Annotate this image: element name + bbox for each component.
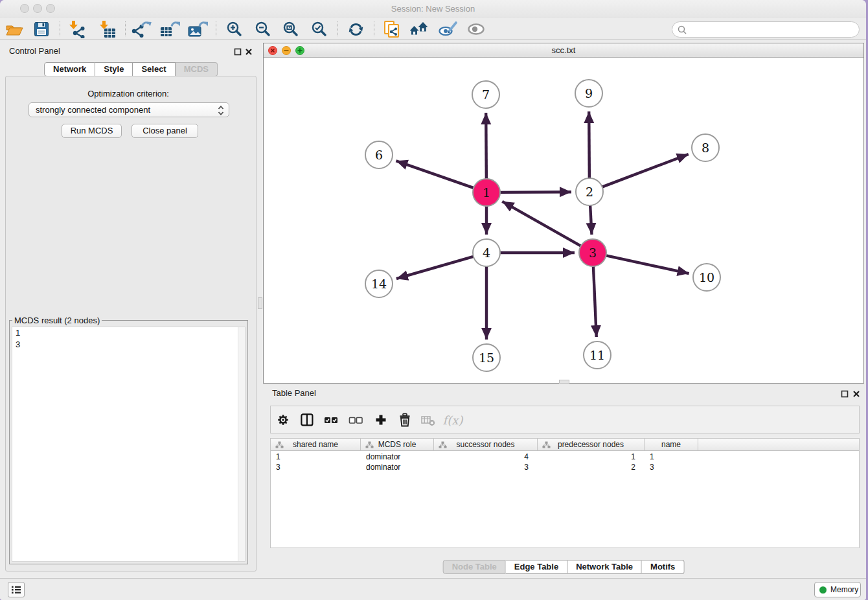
import-network-button[interactable] (66, 19, 87, 40)
result-scrollbar[interactable] (238, 327, 245, 561)
zoom-out-icon (255, 21, 271, 38)
save-session-button[interactable] (31, 19, 52, 40)
fx-icon: f(x) (443, 413, 463, 427)
eye-pen-icon (439, 21, 458, 38)
close-panel-button[interactable]: Close panel (131, 124, 198, 138)
task-history-button[interactable] (8, 582, 25, 597)
refresh-view-button[interactable] (345, 19, 366, 40)
zoom-selected-button[interactable] (309, 19, 330, 40)
graph-edge-2-3[interactable] (590, 205, 591, 235)
unchecked-boxes-icon (348, 415, 363, 425)
network-graph[interactable]: 7968124314101511 (264, 58, 863, 384)
graph-node-6[interactable]: 6 (365, 141, 393, 168)
search-input[interactable] (672, 21, 860, 38)
column-header-shared-name[interactable]: shared name (271, 439, 361, 450)
memory-button[interactable]: Memory (814, 582, 861, 597)
deselect-all-button[interactable] (347, 412, 364, 428)
graph-node-8[interactable]: 8 (692, 134, 719, 161)
show-column-button[interactable] (299, 412, 315, 428)
delete-column-button[interactable] (396, 412, 413, 428)
plus-icon (374, 413, 387, 426)
export-image-button[interactable] (187, 19, 208, 40)
cell-successor-nodes: 4 (434, 452, 538, 462)
control-tab-select[interactable]: Select (133, 62, 175, 76)
control-panel-close-button[interactable] (244, 47, 253, 56)
mcds-result-list[interactable]: 13 (12, 327, 246, 562)
graph-node-4[interactable]: 4 (473, 239, 500, 266)
table-tab-network-table[interactable]: Network Table (567, 560, 642, 574)
split-divider-grip[interactable] (559, 380, 569, 384)
column-header-successor-nodes[interactable]: successor nodes (434, 439, 538, 450)
network-from-file-button[interactable] (382, 19, 402, 40)
graph-node-15[interactable]: 15 (473, 344, 500, 371)
home-layout-button[interactable] (409, 19, 430, 40)
search-icon (678, 25, 687, 35)
graph-edge-3-10[interactable] (606, 255, 689, 273)
column-header-predecessor-nodes[interactable]: predecessor nodes (538, 439, 645, 450)
table-panel-float-button[interactable] (840, 389, 849, 398)
close-icon (245, 48, 253, 56)
float-icon (841, 390, 849, 398)
graph-edge-3-11[interactable] (593, 266, 597, 337)
network-window-titlebar[interactable]: scc.txt (264, 43, 863, 58)
window-title: Session: New Session (0, 0, 866, 17)
import-network-icon (67, 20, 86, 38)
graph-node-11[interactable]: 11 (584, 341, 611, 369)
open-session-button[interactable] (4, 19, 25, 40)
run-mcds-button[interactable]: Run MCDS (62, 124, 122, 138)
show-hide-button[interactable] (466, 19, 487, 40)
cell-predecessor-nodes: 2 (538, 462, 645, 472)
graph-edge-2-9[interactable] (589, 111, 589, 179)
graph-node-9[interactable]: 9 (575, 80, 602, 107)
graph-edge-2-8[interactable] (602, 154, 689, 187)
houses-icon (410, 21, 429, 38)
table-tab-motifs[interactable]: Motifs (642, 560, 684, 574)
float-icon (234, 48, 242, 56)
network-window-title: scc.txt (264, 43, 863, 57)
cell-MCDS-role: dominator (361, 452, 434, 462)
hide-annotations-button[interactable] (438, 19, 459, 40)
graph-node-14[interactable]: 14 (365, 270, 393, 297)
graph-node-10[interactable]: 10 (693, 264, 720, 291)
zoom-in-button[interactable] (224, 19, 245, 40)
optimization-criterion-select[interactable]: strongly connected component (29, 102, 229, 117)
import-table-button[interactable] (97, 19, 117, 40)
table-tab-node-table[interactable]: Node Table (443, 560, 506, 574)
table-header: shared nameMCDS rolesuccessor nodesprede… (271, 439, 859, 451)
graph-node-1[interactable]: 1 (473, 179, 500, 206)
export-table-button[interactable] (159, 19, 180, 40)
function-builder-button[interactable]: f(x) (444, 412, 461, 428)
svg-text:15: 15 (479, 351, 494, 365)
control-panel-float-button[interactable] (233, 47, 242, 56)
graph-edge-1-2[interactable] (499, 192, 571, 192)
delete-table-button[interactable] (420, 412, 437, 428)
column-header-MCDS-role[interactable]: MCDS role (361, 439, 434, 450)
column-header-name[interactable]: name (645, 439, 698, 450)
panel-divider-grip[interactable] (258, 297, 262, 309)
control-tab-mcds[interactable]: MCDS (176, 62, 218, 76)
graph-node-2[interactable]: 2 (576, 178, 603, 205)
add-column-button[interactable] (372, 412, 389, 428)
folder-open-icon (5, 21, 23, 37)
graph-edge-3-1[interactable] (502, 202, 581, 246)
table-row[interactable]: 3dominator323 (271, 462, 859, 472)
mcds-result-group: MCDS result (2 nodes) 13 (9, 320, 248, 564)
select-all-button[interactable] (323, 412, 339, 428)
graph-edge-4-14[interactable] (396, 257, 474, 279)
table-panel-close-button[interactable] (852, 389, 860, 398)
export-image-icon (187, 20, 208, 38)
zoom-fit-button[interactable] (280, 19, 301, 40)
graph-node-7[interactable]: 7 (472, 81, 499, 108)
graph-edge-1-7[interactable] (486, 113, 486, 179)
svg-text:11: 11 (589, 348, 605, 362)
table-row[interactable]: 1dominator411 (271, 452, 859, 462)
graph-node-3[interactable]: 3 (579, 239, 606, 266)
graph-edge-1-6[interactable] (396, 161, 474, 188)
zoom-out-button[interactable] (253, 19, 273, 40)
export-network-button[interactable] (131, 19, 152, 40)
control-tab-style[interactable]: Style (95, 62, 133, 76)
table-settings-button[interactable] (275, 412, 291, 428)
table-tab-edge-table[interactable]: Edge Table (506, 560, 567, 574)
control-tab-network[interactable]: Network (44, 62, 95, 76)
cell-successor-nodes: 3 (434, 462, 538, 472)
